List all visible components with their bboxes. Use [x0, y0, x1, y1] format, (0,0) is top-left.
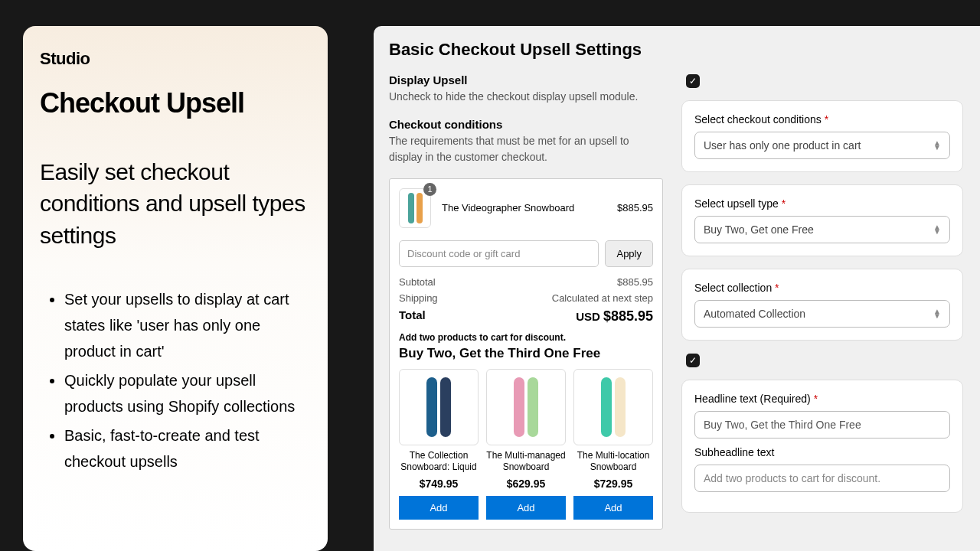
shipping-label: Shipping: [399, 292, 438, 304]
extra-checkbox[interactable]: ✓: [686, 354, 700, 367]
upsell-hint: Add two products to cart for discount.: [399, 332, 653, 343]
feature-list: Set your upsells to display at cart stat…: [40, 286, 311, 474]
collection-card: Select collection * Automated Collection…: [681, 269, 963, 341]
subtotal-label: Subtotal: [399, 276, 436, 288]
promo-panel: Studio Checkout Upsell Easily set checko…: [23, 26, 328, 551]
promo-lead: Easily set checkout conditions and upsel…: [40, 156, 311, 251]
checkout-conditions-card: Select checkout conditions * User has on…: [681, 100, 963, 172]
upsell-type-card: Select upsell type * Buy Two, Get one Fr…: [681, 184, 963, 256]
display-upsell-label: Display Upsell: [389, 73, 663, 86]
subheadline-label: Subheadline text: [694, 446, 950, 458]
list-item: Quickly populate your upsell products us…: [64, 367, 311, 419]
product-price: $729.95: [573, 478, 653, 490]
product-name: The Collection Snowboard: Liquid: [399, 450, 479, 474]
display-upsell-checkbox[interactable]: ✓: [686, 74, 700, 88]
promo-title: Checkout Upsell: [40, 87, 311, 119]
checkout-conditions-label: Select checkout conditions: [694, 113, 822, 126]
product-card: The Collection Snowboard: Liquid $749.95…: [399, 369, 479, 520]
conditions-label: Checkout conditions: [389, 118, 663, 131]
checkout-preview: 1 The Videographer Snowboard $885.95 Dis…: [389, 178, 663, 530]
discount-input[interactable]: Discount code or gift card: [399, 240, 599, 267]
total-value: $885.95: [603, 308, 653, 324]
product-card: The Multi-managed Snowboard $629.95 Add: [486, 369, 566, 520]
upsell-type-label: Select upsell type: [694, 197, 779, 210]
settings-panel: Basic Checkout Upsell Settings Display U…: [374, 26, 980, 551]
conditions-desc: The requirements that must be met for an…: [389, 133, 663, 165]
product-price: $749.95: [399, 478, 479, 490]
cart-badge: 1: [423, 183, 436, 196]
chevron-up-down-icon: ▲▼: [933, 309, 941, 318]
headline-card: Headline text (Required) * Buy Two, Get …: [681, 380, 963, 513]
headline-input[interactable]: Buy Two, Get the Third One Free: [694, 411, 950, 439]
product-image: [573, 369, 653, 445]
currency: USD: [576, 310, 600, 323]
list-item: Set your upsells to display at cart stat…: [64, 286, 311, 364]
product-price: $629.95: [486, 478, 566, 490]
chevron-up-down-icon: ▲▼: [933, 225, 941, 234]
subtotal-value: $885.95: [617, 276, 653, 288]
upsell-type-select[interactable]: Buy Two, Get one Free ▲▼: [694, 216, 950, 243]
add-button[interactable]: Add: [573, 496, 653, 520]
product-image: [486, 369, 566, 445]
chevron-up-down-icon: ▲▼: [933, 141, 941, 150]
collection-select[interactable]: Automated Collection ▲▼: [694, 300, 950, 328]
display-upsell-desc: Uncheck to hide the checkout display ups…: [389, 89, 663, 104]
upsell-title: Buy Two, Get the Third One Free: [399, 346, 653, 361]
apply-button[interactable]: Apply: [605, 240, 653, 267]
product-name: The Multi-managed Snowboard: [486, 450, 566, 474]
logo: Studio: [40, 49, 311, 69]
total-label: Total: [399, 308, 426, 324]
headline-label: Headline text (Required): [694, 393, 811, 405]
product-image: [399, 369, 479, 445]
cart-item-price: $885.95: [617, 202, 653, 214]
shipping-value: Calculated at next step: [552, 292, 653, 304]
add-button[interactable]: Add: [399, 496, 479, 520]
checkout-conditions-select[interactable]: User has only one product in cart ▲▼: [694, 132, 950, 159]
subheadline-input[interactable]: Add two products to cart for discount.: [694, 465, 950, 492]
collection-label: Select collection: [694, 282, 772, 294]
cart-item-name: The Videographer Snowboard: [442, 202, 606, 214]
product-card: The Multi-location Snowboard $729.95 Add: [573, 369, 653, 520]
add-button[interactable]: Add: [486, 496, 566, 520]
list-item: Basic, fast-to-create and test checkout …: [64, 422, 311, 474]
product-name: The Multi-location Snowboard: [573, 450, 653, 474]
page-title: Basic Checkout Upsell Settings: [374, 40, 980, 73]
